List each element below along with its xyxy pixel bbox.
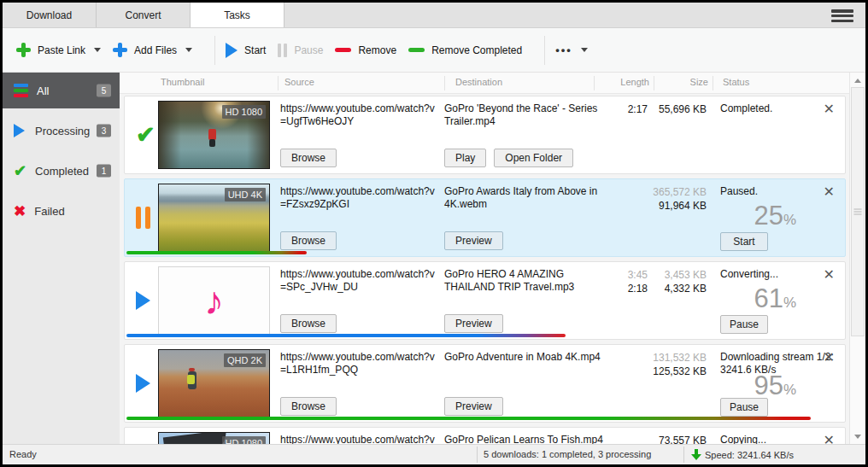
size-value: 3,453 KB4,332 KB [649, 268, 707, 295]
resolution-badge: HD 1080 [222, 105, 266, 119]
preview-button[interactable]: Preview [444, 314, 503, 333]
col-header-source[interactable]: Source [284, 77, 314, 87]
count-badge: 5 [97, 85, 111, 97]
count-badge: 1 [97, 165, 111, 178]
task-row-converting[interactable]: ♪ https://www.youtube.com/watch?v=SPc_JV… [124, 261, 846, 340]
x-icon: ✖ [14, 202, 26, 220]
destination-file: GoPro Awards Italy from Above in 4K.webm [444, 185, 608, 211]
music-note-icon: ♪ [204, 281, 224, 320]
scrollbar-thumb[interactable] [851, 87, 865, 336]
plus-icon [16, 43, 31, 57]
destination-file: GoPro HERO 4 AMAZING THAILAND TRIP Trave… [444, 268, 608, 294]
pause-button[interactable]: Pause [278, 44, 323, 57]
close-icon[interactable]: ✕ [824, 432, 835, 444]
add-files-button[interactable]: Add Files [113, 43, 192, 57]
task-row-completed[interactable]: ✔ HD 1080 https://www.youtube.com/watch?… [124, 96, 846, 174]
start-label: Start [244, 44, 266, 56]
pause-icon [136, 207, 150, 229]
paste-link-button[interactable]: Paste Link [16, 43, 101, 57]
sidebar-item-all[interactable]: All 5 [3, 73, 120, 108]
remove-button[interactable]: Remove [335, 44, 396, 56]
check-icon: ✔ [136, 124, 155, 147]
task-row-copying[interactable]: HD 1080 https://www.youtube.com/watch?v=… [124, 427, 846, 444]
browse-button[interactable]: Browse [280, 314, 337, 333]
chevron-down-icon[interactable] [185, 48, 192, 52]
task-row-downloading[interactable]: QHD 2K https://www.youtube.com/watch?v=L… [124, 344, 846, 423]
chevron-down-icon[interactable] [94, 48, 101, 52]
more-button[interactable]: ••• [555, 44, 588, 56]
progress-percent: 95% [754, 371, 796, 401]
size-value: 55,696 KB [649, 102, 707, 116]
source-url: https://www.youtube.com/watch?v=FZsxz9Zp… [280, 185, 437, 211]
play-icon [226, 43, 238, 58]
progress-bar [126, 334, 566, 337]
close-icon[interactable]: ✕ [824, 266, 835, 283]
task-row-paused[interactable]: UHD 4K https://www.youtube.com/watch?v=F… [124, 178, 846, 257]
start-button[interactable]: Start [226, 43, 266, 58]
table-header: Thumbnail Source Destination Length Size… [120, 73, 865, 94]
sidebar-item-processing[interactable]: Processing 3 [3, 113, 120, 149]
status-bar: Ready 5 downloads: 1 completed, 3 proces… [3, 444, 865, 464]
arrow-up-icon [854, 79, 861, 83]
remove-completed-button[interactable]: Remove Completed [408, 44, 522, 56]
preview-button[interactable]: Preview [444, 231, 503, 250]
browse-button[interactable]: Browse [280, 397, 337, 416]
close-icon[interactable]: ✕ [824, 184, 835, 200]
sidebar-item-failed[interactable]: ✖ Failed [3, 193, 120, 229]
sidebar-item-completed[interactable]: ✔ Completed 1 [3, 153, 120, 189]
toolbar-separator [544, 36, 545, 65]
play-button[interactable]: Play [444, 149, 486, 167]
pause-label: Pause [294, 44, 323, 56]
scroll-up-button[interactable] [850, 73, 865, 87]
count-badge: 3 [97, 125, 111, 137]
audio-thumbnail: ♪ [158, 266, 270, 335]
toolbar: Paste Link Add Files Start Pause Remove … [3, 28, 865, 73]
col-header-size[interactable]: Size [658, 77, 708, 87]
chevron-down-icon [581, 48, 588, 52]
grip-icon [854, 209, 862, 215]
status-ready: Ready [9, 449, 37, 459]
resolution-badge: HD 1080 [222, 436, 266, 444]
col-header-destination[interactable]: Destination [455, 77, 502, 87]
pause-icon [278, 44, 287, 57]
close-icon[interactable]: ✕ [824, 349, 835, 365]
destination-file: GoPro 'Beyond the Race' - Series Trailer… [444, 102, 608, 128]
col-header-thumbnail[interactable]: Thumbnail [161, 77, 204, 87]
arrow-down-icon [854, 435, 861, 439]
vertical-scrollbar[interactable] [849, 73, 865, 444]
browse-button[interactable]: Browse [280, 149, 337, 167]
pelican-wing [163, 432, 228, 444]
all-filter-icon [14, 84, 28, 97]
pause-button[interactable]: Pause [720, 315, 768, 334]
length-value: 2:17 [593, 102, 648, 116]
progress-bar [126, 251, 307, 254]
source-url: https://www.youtube.com/watch?v=SPc_JVHw… [280, 268, 437, 294]
progress-bar [126, 417, 811, 420]
more-dots-icon: ••• [555, 44, 572, 56]
resolution-badge: UHD 4K [225, 188, 266, 201]
close-icon[interactable]: ✕ [824, 101, 835, 117]
col-header-length[interactable]: Length [598, 77, 649, 87]
menu-icon[interactable] [831, 9, 853, 22]
start-button[interactable]: Start [720, 232, 768, 251]
sidebar-item-label: Failed [34, 205, 64, 218]
video-thumbnail: HD 1080 [158, 101, 270, 169]
open-folder-button[interactable]: Open Folder [494, 149, 573, 167]
scroll-down-button[interactable] [850, 429, 865, 443]
hiker-figure [188, 371, 196, 389]
add-files-label: Add Files [134, 44, 177, 56]
preview-button[interactable]: Preview [444, 397, 503, 416]
col-header-status[interactable]: Status [723, 77, 749, 87]
tab-tasks[interactable]: Tasks [191, 3, 284, 27]
browse-button[interactable]: Browse [280, 231, 337, 250]
tab-convert[interactable]: Convert [97, 3, 191, 27]
pause-button[interactable]: Pause [720, 398, 768, 417]
video-thumbnail: HD 1080 [158, 432, 270, 444]
source-url: https://www.youtube.com/watch?v=L1RH1fm_… [280, 351, 437, 377]
sidebar-item-label: Processing [35, 125, 90, 137]
size-value: 365,572 KB91,964 KB [649, 185, 707, 213]
paste-link-label: Paste Link [38, 44, 85, 56]
resolution-badge: QHD 2K [224, 353, 266, 367]
tab-download[interactable]: Download [3, 3, 97, 27]
task-list: ✔ HD 1080 https://www.youtube.com/watch?… [120, 94, 848, 444]
